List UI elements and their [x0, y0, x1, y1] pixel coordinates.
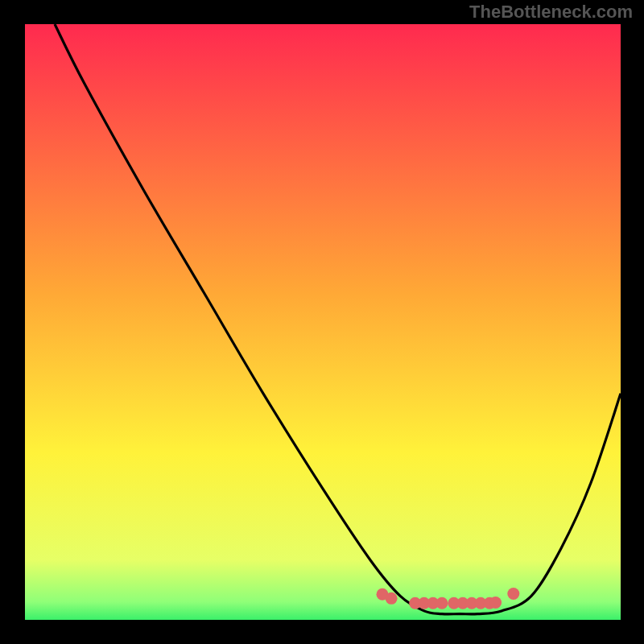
data-marker [507, 588, 519, 600]
plot-svg [0, 0, 644, 644]
plot-frame: TheBottleneck.com [0, 0, 644, 644]
gradient-background [25, 24, 621, 620]
data-marker [489, 597, 502, 609]
data-marker [436, 597, 448, 609]
watermark: TheBottleneck.com [469, 2, 633, 23]
data-marker [386, 592, 398, 605]
